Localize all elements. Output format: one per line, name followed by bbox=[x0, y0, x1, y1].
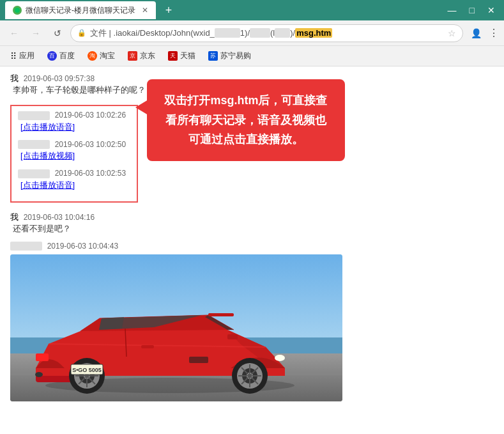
bookmark-star-icon[interactable]: ☆ bbox=[448, 28, 456, 38]
bookmark-tianmao[interactable]: 天 天猫 bbox=[163, 49, 201, 63]
bookmark-baidu-label: 百度 bbox=[59, 50, 75, 61]
tab-favicon bbox=[13, 6, 22, 15]
url-redacted-1 bbox=[215, 28, 240, 38]
lock-icon: 🔒 bbox=[77, 29, 86, 37]
timestamp-2: 2019-06-03 10:02:26 bbox=[55, 111, 126, 120]
message-header-2: 2019-06-03 10:02:26 bbox=[18, 110, 130, 120]
avatar-4 bbox=[18, 169, 50, 178]
maximize-button[interactable]: □ bbox=[466, 4, 478, 17]
car-image: S•GO 5005 bbox=[10, 254, 342, 401]
address-bar: ← → ↺ 🔒 文件 | .iaokai/Desktop/John(wxid_1… bbox=[0, 20, 504, 46]
bookmark-taobao[interactable]: 淘 淘宝 bbox=[82, 49, 120, 63]
message-row-2: 2019-06-03 10:02:26 [点击播放语音] bbox=[18, 110, 130, 133]
svg-rect-32 bbox=[189, 357, 208, 363]
browser-menu-button[interactable]: ⋮ bbox=[489, 27, 499, 39]
timestamp-1: 2019-06-03 09:57:38 bbox=[24, 74, 95, 83]
message-row-5: 我 2019-06-03 10:04:16 还看不到是吧？ bbox=[10, 212, 494, 235]
page-content: 双击打开msg.htm后，可直接查看所有聊天记录，语音及视频也可通过点击直接播放… bbox=[0, 66, 504, 434]
url-redacted-2 bbox=[250, 28, 270, 38]
bookmark-suning-label: 苏宁易购 bbox=[220, 50, 251, 61]
callout-wrapper: 双击打开msg.htm后，可直接查看所有聊天记录，语音及视频也可通过点击直接播放… bbox=[147, 79, 345, 161]
bookmark-suning[interactable]: 苏 苏宁易购 bbox=[203, 49, 256, 63]
timestamp-3: 2019-06-03 10:02:50 bbox=[55, 140, 126, 149]
sender-self-1: 我 bbox=[10, 74, 19, 83]
svg-text:S•GO 5005: S•GO 5005 bbox=[72, 367, 102, 373]
svg-point-0 bbox=[15, 8, 20, 13]
window-controls: — □ ✕ bbox=[444, 4, 499, 17]
reload-button[interactable]: ↺ bbox=[49, 24, 66, 42]
url-redacted-3 bbox=[275, 28, 290, 38]
minimize-button[interactable]: — bbox=[444, 4, 461, 17]
bookmarks-bar: ⠿ 应用 百 百度 淘 淘宝 京 京东 天 天猫 苏 苏宁易购 bbox=[0, 46, 504, 66]
svg-rect-29 bbox=[227, 334, 238, 339]
svg-rect-27 bbox=[36, 353, 49, 361]
car-svg: S•GO 5005 bbox=[10, 254, 342, 401]
tab-title: 微信聊天记录-楼月微信聊天记录 bbox=[26, 5, 135, 16]
url-text: 文件 | .iaokai/Desktop/John(wxid_1)/(l)/ms… bbox=[90, 27, 444, 39]
play-audio-link-2[interactable]: [点击播放语音] bbox=[20, 180, 75, 190]
title-bar: 微信聊天记录-楼月微信聊天记录 ✕ + — □ ✕ bbox=[0, 0, 504, 20]
tianmao-icon: 天 bbox=[168, 51, 178, 61]
svg-point-26 bbox=[275, 355, 285, 361]
browser-window: 微信聊天记录-楼月微信聊天记录 ✕ + — □ ✕ ← → ↺ 🔒 文件 | .… bbox=[0, 0, 504, 434]
message-row-3: 2019-06-03 10:02:50 [点击播放视频] bbox=[18, 139, 130, 162]
bookmark-jd[interactable]: 京 京东 bbox=[123, 49, 160, 63]
bookmark-tianmao-label: 天猫 bbox=[180, 50, 195, 61]
suning-icon: 苏 bbox=[208, 51, 218, 61]
timestamp-5: 2019-06-03 10:04:16 bbox=[24, 213, 95, 222]
timestamp-4: 2019-06-03 10:02:53 bbox=[55, 169, 126, 178]
callout-arrow bbox=[135, 100, 148, 115]
apps-grid-icon: ⠿ bbox=[10, 51, 17, 61]
avatar-3 bbox=[18, 140, 50, 149]
url-bar[interactable]: 🔒 文件 | .iaokai/Desktop/John(wxid_1)/(l)/… bbox=[70, 24, 463, 42]
play-video-link[interactable]: [点击播放视频] bbox=[20, 151, 75, 160]
svg-rect-31 bbox=[208, 313, 234, 316]
url-highlighted: msg.htm bbox=[295, 28, 332, 38]
url-sep1: 1)/ bbox=[240, 28, 250, 38]
svg-point-28 bbox=[35, 372, 43, 377]
avatar-6 bbox=[10, 242, 42, 251]
url-sep3: )/ bbox=[290, 28, 295, 38]
timestamp-6: 2019-06-03 10:04:43 bbox=[47, 242, 118, 251]
message-text-5: 还看不到是吧？ bbox=[13, 223, 494, 235]
bookmark-apps-label: 应用 bbox=[19, 50, 34, 61]
tab-close-button[interactable]: ✕ bbox=[142, 6, 148, 15]
avatar-2 bbox=[18, 111, 50, 120]
svg-rect-30 bbox=[141, 345, 154, 348]
message-header-4: 2019-06-03 10:02:53 bbox=[18, 168, 130, 178]
active-tab[interactable]: 微信聊天记录-楼月微信聊天记录 ✕ bbox=[5, 1, 156, 19]
message-row-6: 2019-06-03 10:04:43 bbox=[10, 241, 494, 402]
sender-self-5: 我 bbox=[10, 212, 19, 222]
message-row-4: 2019-06-03 10:02:53 [点击播放语音] bbox=[18, 168, 130, 191]
other-messages-block: 2019-06-03 10:02:26 [点击播放语音] 2019-06-03 … bbox=[10, 105, 138, 203]
back-button[interactable]: ← bbox=[5, 24, 23, 42]
url-file-prefix: 文件 | .iaokai/Desktop/John(wxid_ bbox=[90, 28, 215, 38]
message-header-5: 我 2019-06-03 10:04:16 bbox=[10, 212, 494, 223]
forward-button[interactable]: → bbox=[27, 24, 45, 42]
baidu-icon: 百 bbox=[47, 51, 57, 61]
bookmark-apps[interactable]: ⠿ 应用 bbox=[5, 49, 40, 63]
play-audio-link-1[interactable]: [点击播放语音] bbox=[20, 122, 75, 132]
jd-icon: 京 bbox=[128, 51, 137, 61]
message-header-6: 2019-06-03 10:04:43 bbox=[10, 241, 494, 251]
bookmark-taobao-label: 淘宝 bbox=[100, 50, 115, 61]
new-tab-button[interactable]: + bbox=[161, 3, 176, 18]
message-header-3: 2019-06-03 10:02:50 bbox=[18, 139, 130, 150]
account-button[interactable]: 👤 bbox=[467, 24, 485, 42]
taobao-icon: 淘 bbox=[88, 51, 97, 61]
bookmark-jd-label: 京东 bbox=[140, 50, 155, 61]
close-button[interactable]: ✕ bbox=[484, 4, 499, 17]
callout-text: 双击打开msg.htm后，可直接查看所有聊天记录，语音及视频也可通过点击直接播放… bbox=[161, 91, 331, 150]
bookmark-baidu[interactable]: 百 百度 bbox=[42, 49, 80, 63]
callout-box: 双击打开msg.htm后，可直接查看所有聊天记录，语音及视频也可通过点击直接播放… bbox=[147, 79, 345, 161]
